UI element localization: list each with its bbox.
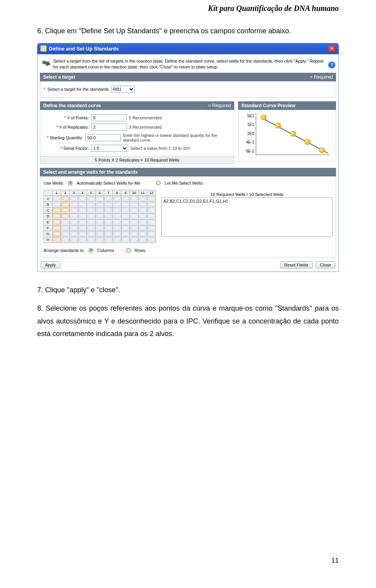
well-E5[interactable]	[87, 219, 96, 225]
well-F3[interactable]	[70, 225, 78, 231]
well-A3[interactable]	[70, 196, 78, 201]
well-A2[interactable]	[61, 196, 70, 201]
well-F5[interactable]	[87, 225, 96, 231]
well-H10[interactable]	[130, 237, 139, 243]
well-F9[interactable]	[121, 225, 130, 231]
well-G9[interactable]	[121, 231, 130, 237]
well-H4[interactable]	[78, 237, 87, 243]
well-G11[interactable]	[139, 231, 147, 237]
well-F1[interactable]	[52, 225, 61, 231]
well-D1[interactable]	[52, 213, 61, 219]
well-H5[interactable]	[87, 237, 96, 243]
reset-button[interactable]: Reset Fields	[280, 261, 313, 268]
radio-columns[interactable]	[89, 248, 93, 253]
well-F8[interactable]	[113, 225, 121, 231]
apply-button[interactable]: Apply	[41, 261, 60, 268]
well-A9[interactable]	[121, 196, 130, 201]
target-select[interactable]: RB1	[111, 86, 135, 93]
help-icon[interactable]: ?	[328, 61, 335, 68]
well-G10[interactable]	[130, 231, 139, 237]
well-H12[interactable]	[147, 237, 156, 243]
well-B8[interactable]	[113, 201, 121, 207]
well-D10[interactable]	[130, 213, 139, 219]
well-F6[interactable]	[96, 225, 104, 231]
well-G3[interactable]	[70, 231, 78, 237]
well-C8[interactable]	[113, 207, 121, 213]
well-A6[interactable]	[96, 196, 104, 201]
well-D7[interactable]	[104, 213, 113, 219]
well-A12[interactable]	[147, 196, 156, 201]
well-A11[interactable]	[139, 196, 147, 201]
well-D12[interactable]	[147, 213, 156, 219]
well-C1[interactable]	[52, 207, 61, 213]
well-C5[interactable]	[87, 207, 96, 213]
well-C10[interactable]	[130, 207, 139, 213]
well-B6[interactable]	[96, 201, 104, 207]
well-H1[interactable]	[52, 237, 61, 243]
well-C2[interactable]	[61, 207, 70, 213]
well-E1[interactable]	[52, 219, 61, 225]
well-E7[interactable]	[104, 219, 113, 225]
well-B10[interactable]	[130, 201, 139, 207]
well-C3[interactable]	[70, 207, 78, 213]
well-B9[interactable]	[121, 201, 130, 207]
well-H8[interactable]	[113, 237, 121, 243]
well-A4[interactable]	[78, 196, 87, 201]
well-C7[interactable]	[104, 207, 113, 213]
well-D8[interactable]	[113, 213, 121, 219]
well-D5[interactable]	[87, 213, 96, 219]
window-close-button[interactable]: ×	[328, 45, 336, 52]
well-D4[interactable]	[78, 213, 87, 219]
well-C4[interactable]	[78, 207, 87, 213]
well-B3[interactable]	[70, 201, 78, 207]
well-E11[interactable]	[139, 219, 147, 225]
well-E8[interactable]	[113, 219, 121, 225]
points-input[interactable]	[91, 114, 127, 121]
well-C12[interactable]	[147, 207, 156, 213]
well-F11[interactable]	[139, 225, 147, 231]
radio-manual[interactable]	[156, 181, 161, 185]
well-E2[interactable]	[61, 219, 70, 225]
well-D9[interactable]	[121, 213, 130, 219]
well-A10[interactable]	[130, 196, 139, 201]
well-F12[interactable]	[147, 225, 156, 231]
well-plate[interactable]: 123456789101112ABCDEFGH	[43, 190, 156, 243]
well-B12[interactable]	[147, 201, 156, 207]
well-B2[interactable]	[61, 201, 70, 207]
well-C9[interactable]	[121, 207, 130, 213]
well-F4[interactable]	[78, 225, 87, 231]
well-G2[interactable]	[61, 231, 70, 237]
well-A7[interactable]	[104, 196, 113, 201]
radio-auto[interactable]	[68, 181, 72, 185]
close-button[interactable]: Close	[316, 261, 335, 268]
well-E4[interactable]	[78, 219, 87, 225]
well-B4[interactable]	[78, 201, 87, 207]
well-G4[interactable]	[78, 231, 87, 237]
well-F10[interactable]	[130, 225, 139, 231]
well-A1[interactable]	[52, 196, 61, 201]
well-G8[interactable]	[113, 231, 121, 237]
well-G1[interactable]	[52, 231, 61, 237]
well-B7[interactable]	[104, 201, 113, 207]
radio-rows[interactable]	[126, 248, 131, 253]
well-E10[interactable]	[130, 219, 139, 225]
well-E6[interactable]	[96, 219, 104, 225]
well-G5[interactable]	[87, 231, 96, 237]
well-F7[interactable]	[104, 225, 113, 231]
replicates-input[interactable]	[91, 124, 127, 131]
well-G6[interactable]	[96, 231, 104, 237]
start-qty-input[interactable]	[85, 134, 121, 141]
well-B11[interactable]	[139, 201, 147, 207]
well-F2[interactable]	[61, 225, 70, 231]
well-H11[interactable]	[139, 237, 147, 243]
well-H9[interactable]	[121, 237, 130, 243]
well-H6[interactable]	[96, 237, 104, 243]
well-H2[interactable]	[61, 237, 70, 243]
well-C6[interactable]	[96, 207, 104, 213]
well-C11[interactable]	[139, 207, 147, 213]
well-A8[interactable]	[113, 196, 121, 201]
well-H3[interactable]	[70, 237, 78, 243]
serial-select[interactable]: 1:5	[91, 145, 128, 152]
well-A5[interactable]	[87, 196, 96, 201]
well-E3[interactable]	[70, 219, 78, 225]
